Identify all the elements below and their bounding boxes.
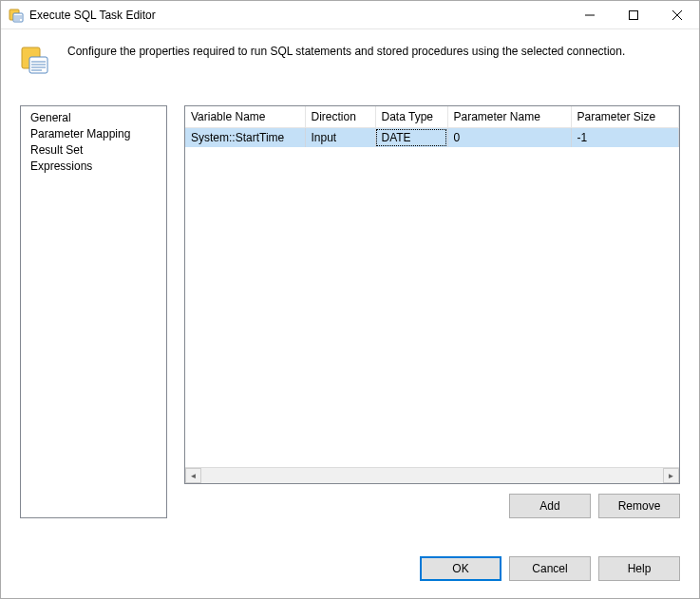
cell-parameter-name[interactable]: 0 [447,128,571,148]
col-parameter-size[interactable]: Parameter Size [571,106,679,128]
sidebar-item-general[interactable]: General [23,110,164,126]
cell-parameter-size[interactable]: -1 [571,128,679,148]
sidebar-item-result-set[interactable]: Result Set [23,142,164,159]
scroll-right-icon[interactable]: ► [663,468,679,483]
description-text: Configure the properties required to run… [67,43,625,58]
add-button[interactable]: Add [509,494,591,518]
col-parameter-name[interactable]: Parameter Name [447,106,571,128]
dialog-window: Execute SQL Task Editor Configure the pr… [0,0,700,599]
task-icon [20,45,50,75]
sidebar-item-expressions[interactable]: Expressions [23,159,164,175]
sidebar-item-parameter-mapping[interactable]: Parameter Mapping [23,126,164,142]
app-icon [9,8,24,23]
ok-button[interactable]: OK [420,556,501,581]
grid-hscrollbar[interactable]: ◄ ► [185,467,679,483]
parameter-grid[interactable]: Variable Name Direction Data Type Parame… [185,106,679,467]
close-button[interactable] [655,1,699,29]
minimize-button[interactable] [568,1,612,29]
cancel-button[interactable]: Cancel [509,556,591,581]
titlebar: Execute SQL Task Editor [1,1,699,29]
grid-header-row: Variable Name Direction Data Type Parame… [185,106,679,128]
maximize-button[interactable] [612,1,655,29]
description-row: Configure the properties required to run… [1,29,699,98]
parameter-grid-container: Variable Name Direction Data Type Parame… [184,105,680,484]
window-title: Execute SQL Task Editor [29,9,568,22]
scroll-left-icon[interactable]: ◄ [185,468,201,483]
remove-button[interactable]: Remove [598,494,680,518]
help-button[interactable]: Help [598,556,680,581]
svg-rect-3 [630,10,638,19]
dialog-footer: OK Cancel Help [1,526,699,598]
svg-rect-1 [13,13,23,22]
cell-variable-name[interactable]: System::StartTime [185,128,305,148]
dialog-body: General Parameter Mapping Result Set Exp… [1,98,699,526]
category-sidebar: General Parameter Mapping Result Set Exp… [20,105,167,518]
cell-direction[interactable]: Input [305,128,375,148]
col-variable-name[interactable]: Variable Name [185,106,305,128]
grid-row[interactable]: System::StartTime Input DATE 0 -1 [185,128,679,148]
grid-actions: Add Remove [184,484,680,518]
main-panel: Variable Name Direction Data Type Parame… [184,105,680,518]
col-direction[interactable]: Direction [305,106,375,128]
col-data-type[interactable]: Data Type [375,106,447,128]
cell-data-type[interactable]: DATE [375,128,447,148]
scroll-track[interactable] [201,468,663,483]
